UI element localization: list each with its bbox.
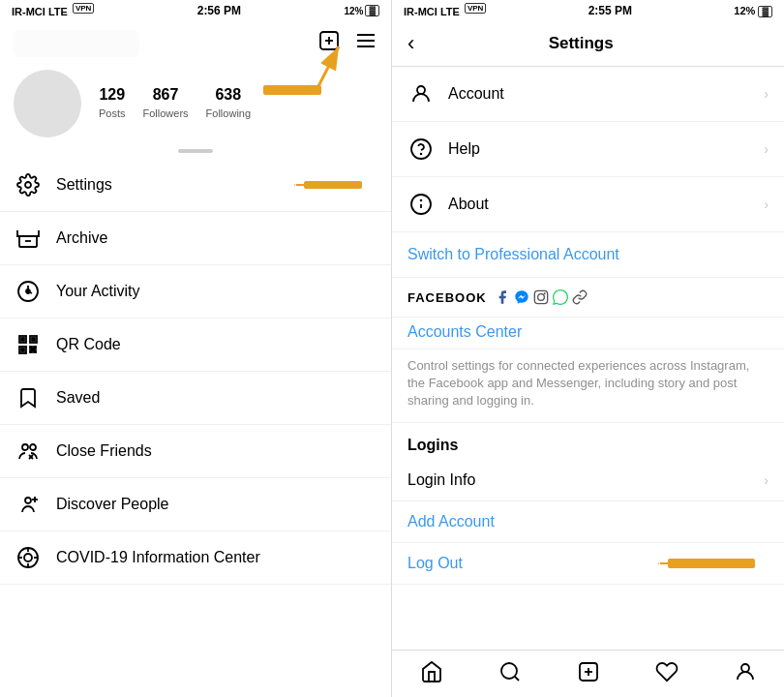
menu-item-close-friends[interactable]: Close Friends: [0, 425, 391, 478]
login-info-label: Login Info: [407, 471, 764, 489]
logins-header: Logins: [392, 423, 784, 460]
help-label: Help: [448, 140, 764, 158]
status-bar-right: IR-MCI LTE VPN 2:55 PM 12% ▓: [392, 0, 784, 21]
battery-left: 12% ▓: [344, 5, 379, 16]
profile-nav-button[interactable]: [734, 660, 757, 689]
username-box: [14, 30, 139, 57]
status-bar-left: IR-MCI LTE VPN 2:56 PM 12% ▓: [0, 0, 391, 21]
svg-point-58: [741, 664, 749, 672]
svg-point-12: [26, 289, 30, 293]
settings-item-account[interactable]: Account ›: [392, 67, 784, 122]
time-left: 2:56 PM: [197, 4, 241, 17]
svg-rect-16: [21, 338, 24, 341]
search-nav-button[interactable]: [498, 660, 522, 689]
qr-code-icon: [15, 332, 41, 357]
svg-point-33: [24, 554, 32, 561]
drag-indicator: [178, 149, 213, 153]
bottom-nav: [392, 650, 784, 697]
login-info-chevron: ›: [764, 472, 769, 488]
saved-label: Saved: [56, 389, 100, 407]
person-icon: [407, 80, 435, 107]
add-account-link[interactable]: Add Account: [392, 501, 784, 543]
home-nav-button[interactable]: [420, 660, 443, 689]
settings-item-help[interactable]: Help ›: [392, 122, 784, 177]
profile-header: [0, 21, 391, 62]
svg-point-49: [543, 292, 545, 294]
your-activity-label: Your Activity: [56, 283, 140, 300]
back-button[interactable]: ‹: [407, 31, 414, 56]
svg-rect-24: [32, 348, 34, 350]
svg-point-48: [537, 294, 544, 301]
about-label: About: [448, 196, 764, 213]
svg-point-41: [417, 86, 425, 94]
bookmark-icon: [15, 385, 41, 410]
covid-icon: [15, 545, 41, 570]
activity-icon: [15, 279, 41, 304]
login-info-item[interactable]: Login Info ›: [392, 460, 784, 501]
svg-line-54: [514, 677, 518, 681]
facebook-section: FACEBOOK: [392, 278, 784, 318]
accounts-center-desc: Control settings for connected experienc…: [392, 349, 784, 423]
discover-people-label: Discover People: [56, 496, 169, 513]
switch-professional-link[interactable]: Switch to Professional Account: [392, 232, 784, 278]
svg-point-29: [25, 498, 31, 503]
carrier-left: IR-MCI LTE VPN: [12, 4, 94, 17]
account-label: Account: [448, 85, 764, 103]
svg-point-26: [30, 444, 36, 450]
add-nav-button[interactable]: [577, 660, 600, 689]
svg-point-42: [411, 139, 431, 159]
covid-label: COVID-19 Information Center: [56, 549, 260, 566]
logout-arrow: [658, 552, 774, 575]
svg-point-25: [22, 444, 28, 450]
settings-item-about[interactable]: About ›: [392, 177, 784, 232]
info-icon: [407, 191, 435, 218]
archive-icon: [15, 226, 41, 251]
close-friends-label: Close Friends: [56, 442, 152, 460]
archive-label: Archive: [56, 229, 107, 247]
close-friends-icon: [15, 439, 41, 464]
settings-arrow: [294, 173, 381, 197]
menu-item-saved[interactable]: Saved: [0, 372, 391, 425]
accounts-center-link[interactable]: Accounts Center: [392, 318, 784, 349]
svg-rect-51: [668, 559, 755, 568]
discover-people-icon: [15, 492, 41, 517]
menu-item-qr-code[interactable]: QR Code: [0, 318, 391, 372]
menu-item-covid[interactable]: COVID-19 Information Center: [0, 531, 391, 585]
logout-row[interactable]: Log Out: [392, 543, 784, 585]
help-icon: [407, 136, 435, 163]
svg-point-6: [25, 182, 31, 188]
followers-stat: 867 Followers: [143, 86, 189, 121]
menu-item-archive[interactable]: Archive: [0, 212, 391, 265]
account-chevron: ›: [764, 86, 769, 102]
settings-nav: ‹ Settings: [392, 21, 784, 67]
profile-stats: 129 Posts 867 Followers 638 Following: [0, 62, 391, 145]
menu-button[interactable]: [354, 29, 377, 58]
menu-item-settings[interactable]: Settings: [0, 159, 391, 212]
help-chevron: ›: [764, 141, 769, 157]
battery-right: 12% ▓: [734, 5, 772, 16]
time-right: 2:55 PM: [588, 4, 632, 17]
avatar: [14, 70, 81, 137]
heart-nav-button[interactable]: [655, 660, 678, 689]
carrier-right: IR-MCI LTE VPN: [404, 4, 486, 17]
qr-code-label: QR Code: [56, 336, 121, 353]
svg-rect-17: [32, 338, 35, 341]
menu-item-discover-people[interactable]: Discover People: [0, 478, 391, 531]
vpn-badge-right: VPN: [465, 3, 486, 14]
new-post-button[interactable]: [317, 29, 341, 58]
svg-rect-18: [21, 348, 24, 351]
following-stat: 638 Following: [206, 86, 251, 121]
about-chevron: ›: [764, 197, 769, 212]
logout-label: Log Out: [407, 555, 463, 572]
posts-stat: 129 Posts: [99, 86, 126, 121]
settings-content: Account › Help ›: [392, 67, 784, 650]
svg-point-53: [501, 663, 517, 679]
facebook-header-text: FACEBOOK: [407, 290, 487, 305]
settings-title: Settings: [426, 34, 736, 53]
menu-item-your-activity[interactable]: Your Activity: [0, 265, 391, 318]
facebook-icons: [495, 289, 588, 305]
vpn-badge-left: VPN: [73, 3, 94, 14]
settings-label: Settings: [56, 176, 112, 194]
svg-rect-47: [534, 290, 547, 303]
svg-rect-8: [304, 181, 362, 189]
